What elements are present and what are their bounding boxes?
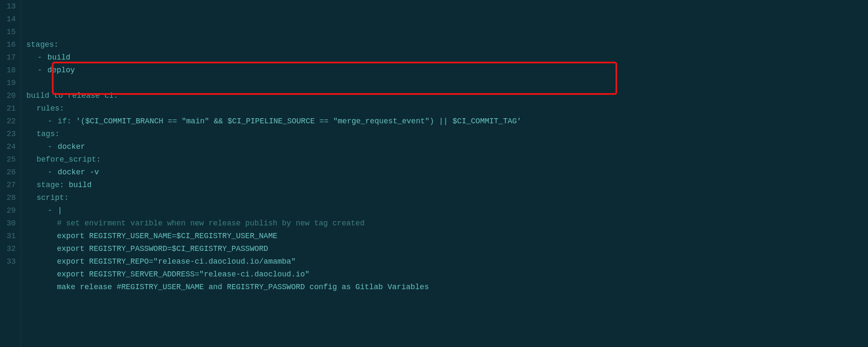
code-line[interactable]: stages: <box>26 38 868 51</box>
code-line[interactable]: rules: <box>26 102 868 115</box>
token-key: stage <box>37 181 60 189</box>
line-number: 15 <box>0 26 16 38</box>
token-val: export REGISTRY_REPO="release-ci.daoclou… <box>57 257 296 266</box>
line-number: 16 <box>0 38 16 51</box>
token-dash: - <box>48 206 57 215</box>
token-dash: - <box>48 117 57 125</box>
token-key: tags <box>37 130 55 138</box>
code-line[interactable]: export REGISTRY_PASSWORD=$CI_REGISTRY_PA… <box>26 242 868 255</box>
line-number: 18 <box>0 64 16 77</box>
token-key: before_script <box>37 155 96 164</box>
code-line[interactable]: make release #REGISTRY_USER_NAME and REG… <box>26 281 868 293</box>
code-line[interactable]: export REGISTRY_REPO="release-ci.daoclou… <box>26 255 868 268</box>
line-number: 23 <box>0 128 16 140</box>
token-val: docker <box>58 142 85 151</box>
code-line[interactable]: - | <box>26 204 868 217</box>
token-key: if <box>58 117 67 125</box>
line-number: 13 <box>0 0 16 13</box>
token-dash: - <box>48 142 57 151</box>
line-number: 33 <box>0 255 16 268</box>
line-number: 28 <box>0 191 16 204</box>
code-line[interactable] <box>26 293 868 306</box>
line-number: 22 <box>0 115 16 128</box>
line-number: 17 <box>0 51 16 64</box>
token-val: deploy <box>48 66 75 74</box>
line-number: 24 <box>0 140 16 153</box>
line-number: 29 <box>0 204 16 217</box>
line-number: 32 <box>0 242 16 255</box>
code-line[interactable]: build to release ci: <box>26 89 868 102</box>
token-key: : <box>60 181 69 189</box>
token-key: : <box>67 117 76 125</box>
code-line[interactable]: script: <box>26 191 868 204</box>
code-line[interactable]: - build <box>26 51 868 64</box>
token-dash: - <box>37 53 47 62</box>
code-line[interactable]: # set envirment varible when new release… <box>26 217 868 230</box>
token-val: | <box>58 206 62 215</box>
code-line[interactable]: before_script: <box>26 153 868 166</box>
token-comment: # set envirment varible when new release… <box>57 219 365 228</box>
token-key: build to release ci <box>26 91 113 100</box>
token-key: : <box>96 155 101 164</box>
line-number: 14 <box>0 13 16 26</box>
token-val: export REGISTRY_USER_NAME=$CI_REGISTRY_U… <box>57 232 277 240</box>
line-number: 30 <box>0 217 16 230</box>
token-key: : <box>64 193 69 202</box>
token-key: script <box>37 193 64 202</box>
token-key: stages <box>26 40 54 49</box>
token-key: rules <box>37 104 60 113</box>
token-val: make release #REGISTRY_USER_NAME and REG… <box>57 283 429 291</box>
code-line[interactable]: stage: build <box>26 179 868 191</box>
token-key: : <box>55 130 60 138</box>
code-line[interactable]: tags: <box>26 128 868 140</box>
line-number: 25 <box>0 153 16 166</box>
code-area[interactable]: stages:- build- deploybuild to release c… <box>21 0 868 347</box>
token-val: '($CI_COMMIT_BRANCH == "main" && $CI_PIP… <box>76 117 522 125</box>
token-dash: - <box>48 168 57 176</box>
code-line[interactable]: export REGISTRY_SERVER_ADDRESS="release-… <box>26 268 868 281</box>
token-val: build <box>48 53 71 62</box>
token-dash: - <box>37 66 47 74</box>
token-val: export REGISTRY_PASSWORD=$CI_REGISTRY_PA… <box>57 245 268 253</box>
token-key: : <box>113 91 118 100</box>
token-val: docker -v <box>58 168 99 176</box>
line-number: 27 <box>0 179 16 191</box>
line-number: 31 <box>0 230 16 242</box>
code-line[interactable] <box>26 77 868 89</box>
line-number: 19 <box>0 77 16 89</box>
line-number-gutter: 1314151617181920212223242526272829303132… <box>0 0 21 347</box>
code-line[interactable]: - deploy <box>26 64 868 77</box>
line-number: 21 <box>0 102 16 115</box>
code-line[interactable]: - docker <box>26 140 868 153</box>
line-number: 20 <box>0 89 16 102</box>
token-key: : <box>60 104 64 113</box>
code-line[interactable]: - docker -v <box>26 166 868 179</box>
line-number: 26 <box>0 166 16 179</box>
code-line[interactable]: export REGISTRY_USER_NAME=$CI_REGISTRY_U… <box>26 230 868 242</box>
code-editor[interactable]: 1314151617181920212223242526272829303132… <box>0 0 868 347</box>
code-line[interactable]: - if: '($CI_COMMIT_BRANCH == "main" && $… <box>26 115 868 128</box>
token-key: : <box>54 40 59 49</box>
token-val: build <box>69 181 92 189</box>
token-val: export REGISTRY_SERVER_ADDRESS="release-… <box>57 270 309 279</box>
